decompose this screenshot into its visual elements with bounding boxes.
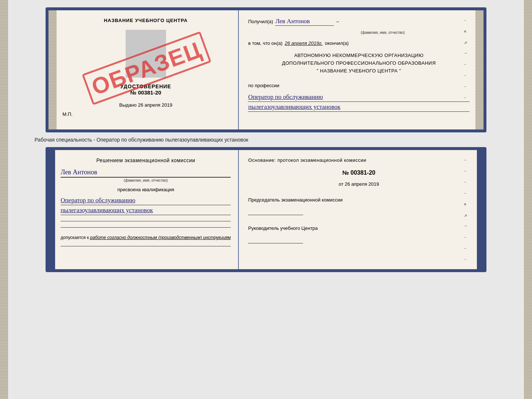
protocol-date-prefix: от (339, 181, 344, 187)
right-side-marks: – и ,а ← – – – – (464, 18, 468, 99)
bottom-right-page: Основание: протокол экзаменационной коми… (239, 150, 477, 269)
okonchil-label: окончил(а) (325, 40, 349, 46)
poluchil-name: Лев Антонов (275, 18, 334, 26)
separator-text: Рабочая специальность - Оператор по обсл… (35, 137, 248, 143)
org-line1: АВТОНОМНУЮ НЕКОММЕРЧЕСКУЮ ОРГАНИЗАЦИЮ (248, 52, 470, 60)
vtom-date: 26 апреля 2019г. (285, 40, 323, 46)
komissia-fio-sublabel: (фамилия, имя, отчество) (61, 177, 231, 182)
i-mark: и (464, 29, 468, 33)
komissia-name: Лев Антонов (61, 168, 231, 177)
book-right-page: Получил(а) Лев Антонов – (фамилия, имя, … (239, 10, 477, 129)
poluchil-label: Получил(а) (248, 19, 273, 24)
mp-label: М.П. (62, 111, 72, 117)
prisvoena-label: присвоена квалификация (61, 187, 231, 192)
poluchil-row: Получил(а) Лев Антонов – (248, 18, 470, 26)
vydano-label: Выдано (119, 102, 137, 108)
dash1: – (336, 19, 339, 24)
kvalif-block: Оператор по обслуживанию пылегазоулавлив… (61, 195, 231, 215)
bottom-right-marks: – – – – и ,а ← – – – (464, 157, 468, 261)
po-professii-label: по профессии (248, 83, 470, 88)
predsedatel-label: Председатель экзаменационной комиссии (248, 197, 342, 203)
protocol-date-value: 26 апреля 2019 (345, 181, 379, 187)
protocol-date: от 26 апреля 2019 (248, 181, 470, 187)
book-left-page: НАЗВАНИЕ УЧЕБНОГО ЦЕНТРА УДОСТОВЕРЕНИЕ №… (55, 10, 239, 129)
dash6-mark: – (464, 84, 468, 88)
rukovoditel-signature-line (248, 236, 303, 243)
top-certificate-book: НАЗВАНИЕ УЧЕБНОГО ЦЕНТРА УДОСТОВЕРЕНИЕ №… (46, 7, 486, 132)
bottom-book-spine-right (477, 150, 484, 269)
bottom-arrow-mark: ← (464, 224, 468, 228)
bottom-book-spine-left (48, 150, 55, 269)
org-block: АВТОНОМНУЮ НЕКОММЕРЧЕСКУЮ ОРГАНИЗАЦИЮ ДО… (248, 52, 470, 75)
bottom-dash3: – (464, 179, 468, 184)
profession-line1: Оператор по обслуживанию (248, 93, 470, 102)
dopuskaetsya-value: работе согласно должностным (производств… (90, 235, 231, 240)
dopuskaetsya-block: допускается к работе согласно должностны… (61, 235, 231, 240)
bottom-line-1 (61, 221, 231, 221)
resheniem-label: Решением экзаменационной комиссии (61, 157, 231, 163)
vydano-date: 26 апреля 2019 (138, 102, 172, 108)
predsedatel-block: Председатель экзаменационной комиссии (248, 196, 470, 215)
photo-placeholder (126, 30, 166, 78)
rukovoditel-label: Руководитель учебного Центра (248, 225, 317, 231)
a-mark: ,а (464, 40, 468, 44)
profession-block: Оператор по обслуживанию пылегазоулавлив… (248, 92, 470, 112)
kvalif-line1: Оператор по обслуживанию (61, 197, 231, 205)
bottom-left-page: Решением экзаменационной комиссии Лев Ан… (55, 150, 239, 269)
vtom-label: в том, что он(а) (248, 40, 282, 46)
profession-line2: пылегазоулавливающих установок (248, 103, 470, 112)
bottom-dash2: – (464, 168, 468, 173)
arrow-mark: ← (464, 51, 468, 55)
document-wrapper: НАЗВАНИЕ УЧЕБНОГО ЦЕНТРА УДОСТОВЕРЕНИЕ №… (27, 7, 505, 272)
org-line3: " НАЗВАНИЕ УЧЕБНОГО ЦЕНТРА " (248, 67, 470, 75)
predsedatel-signature-line (248, 208, 303, 215)
bottom-dash7: – (464, 257, 468, 261)
dash3-mark: – (464, 18, 468, 22)
komissia-name-block: Лев Антонов (фамилия, имя, отчество) (61, 166, 231, 182)
bottom-line-3 (61, 246, 231, 246)
fio-sublabel: (фамилия, имя, отчество) (361, 31, 405, 35)
kvalif-line2: пылегазоулавливающих установок (61, 207, 231, 215)
vtom-row: в том, что он(а) 26 апреля 2019г. окончи… (248, 40, 470, 46)
dash4-mark: – (464, 62, 468, 66)
bottom-dash4: – (464, 190, 468, 195)
dopuskaetsya-label: допускается к (61, 235, 89, 240)
udostoverenie-label: УДОСТОВЕРЕНИЕ (121, 83, 171, 89)
dash5-mark: – (464, 73, 468, 77)
left-title: НАЗВАНИЕ УЧЕБНОГО ЦЕНТРА (104, 18, 188, 23)
bottom-dash5: – (464, 235, 468, 239)
bottom-certificate-book: Решением экзаменационной комиссии Лев Ан… (46, 147, 486, 272)
bottom-a-mark: ,а (464, 213, 468, 217)
udostoverenie-block: УДОСТОВЕРЕНИЕ № 00381-20 (121, 83, 171, 96)
protocol-num: № 00381-20 (248, 170, 470, 176)
bottom-i-mark: и (464, 202, 468, 206)
org-line2: ДОПОЛНИТЕЛЬНОГО ПРОФЕССИОНАЛЬНОГО ОБРАЗО… (248, 60, 470, 67)
bottom-dash6: – (464, 246, 468, 250)
bottom-line-2 (61, 227, 231, 228)
rukovoditel-block: Руководитель учебного Центра (248, 225, 470, 243)
dash7-mark: – (464, 95, 468, 99)
udostoverenie-num: № 00381-20 (121, 89, 171, 96)
bottom-dash1: – (464, 157, 468, 162)
vydano-line: Выдано 26 апреля 2019 (119, 102, 172, 108)
osnovaniye-label: Основание: протокол экзаменационной коми… (248, 157, 470, 163)
